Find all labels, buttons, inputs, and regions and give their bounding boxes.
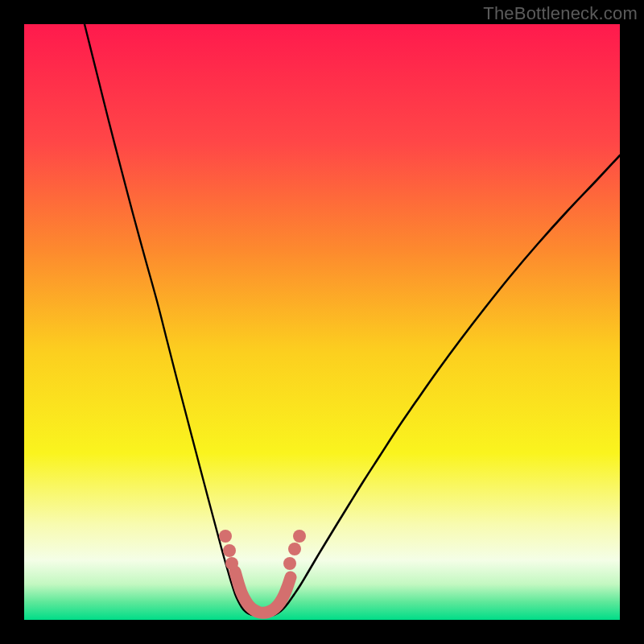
marker-dot <box>288 543 301 555</box>
watermark-text: TheBottleneck.com <box>483 3 638 24</box>
marker-dot <box>219 530 232 543</box>
plot-area <box>24 24 620 620</box>
chart-svg <box>24 24 620 620</box>
chart-frame: TheBottleneck.com <box>0 0 644 644</box>
marker-dot <box>225 557 238 570</box>
marker-dot <box>223 544 236 557</box>
gradient-background <box>24 24 620 620</box>
marker-dot <box>283 557 296 570</box>
marker-dot <box>293 530 306 543</box>
